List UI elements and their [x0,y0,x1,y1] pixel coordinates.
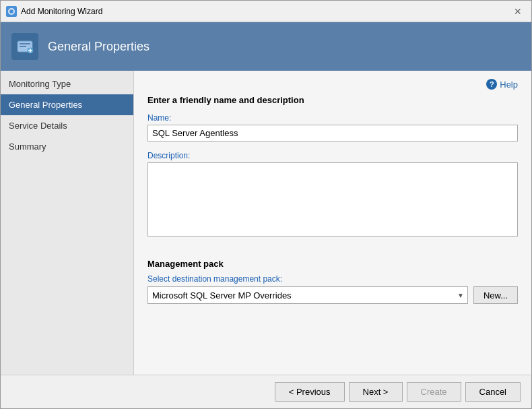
description-label: Description: [147,151,518,160]
sidebar-item-service-details[interactable]: Service Details [1,115,133,136]
svg-rect-4 [20,46,26,47]
management-pack-row: Microsoft SQL Server MP Overrides ▼ New.… [147,286,518,304]
wizard-window: Add Monitoring Wizard ✕ General Properti… [0,0,532,409]
cancel-button[interactable]: Cancel [465,382,521,402]
name-label: Name: [147,113,518,123]
close-button[interactable]: ✕ [510,5,526,18]
new-button[interactable]: New... [473,286,518,304]
wizard-header: General Properties [1,22,531,71]
name-input[interactable] [147,125,518,141]
help-label: Help [500,80,518,90]
header-title: General Properties [48,40,149,54]
management-pack-select-wrapper: Microsoft SQL Server MP Overrides ▼ [147,286,468,304]
title-bar: Add Monitoring Wizard ✕ [1,1,531,22]
help-link[interactable]: ? Help [486,79,518,90]
description-input[interactable] [147,162,518,237]
window-icon [6,6,17,17]
svg-point-1 [9,9,13,13]
sidebar: Monitoring Type General Properties Servi… [1,71,134,375]
header-icon [11,33,38,60]
management-pack-title: Management pack [147,259,518,269]
management-pack-label: Select destination management pack: [147,274,518,284]
svg-rect-3 [20,43,30,44]
next-button[interactable]: Next > [349,382,403,402]
window-title: Add Monitoring Wizard [21,7,510,16]
management-pack-select[interactable]: Microsoft SQL Server MP Overrides [147,286,468,304]
form-section-title: Enter a friendly name and description [147,95,518,105]
wizard-footer: < Previous Next > Create Cancel [1,375,531,408]
description-field-group: Description: [147,151,518,239]
previous-button[interactable]: < Previous [275,382,345,402]
name-field-group: Name: [147,113,518,141]
help-icon: ? [486,79,497,90]
sidebar-item-monitoring-type[interactable]: Monitoring Type [1,73,133,94]
sidebar-item-summary[interactable]: Summary [1,136,133,157]
main-content: ? Help Enter a friendly name and descrip… [134,71,531,375]
wizard-body: Monitoring Type General Properties Servi… [1,71,531,375]
sidebar-item-general-properties[interactable]: General Properties [1,94,133,115]
create-button[interactable]: Create [407,382,461,402]
management-pack-section: Management pack Select destination manag… [147,259,518,304]
help-row: ? Help [147,79,518,90]
